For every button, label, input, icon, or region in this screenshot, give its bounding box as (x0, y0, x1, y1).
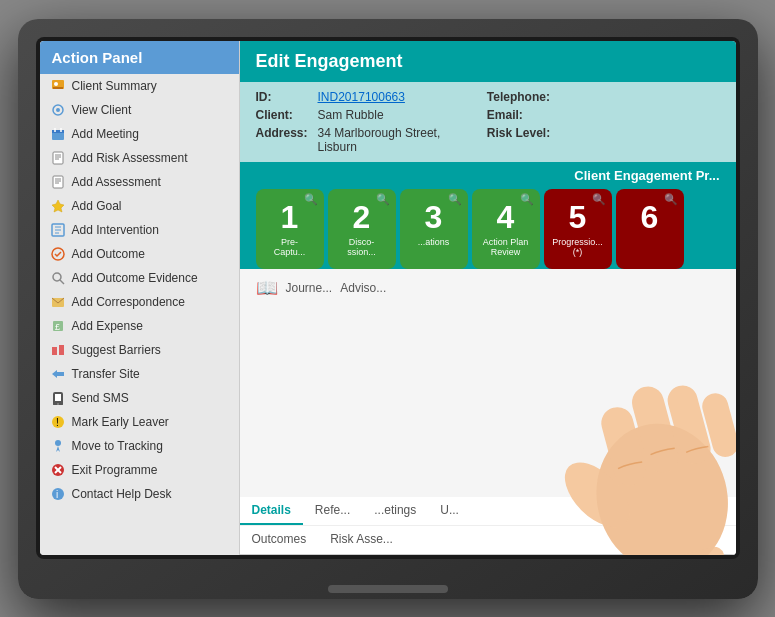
sidebar-item-view-client[interactable]: View Client (40, 98, 239, 122)
client-info-bar: ID: IND2017100663 Telephone: Client: Sam… (240, 82, 736, 162)
sidebar-item-label: Exit Programme (72, 463, 158, 477)
address-label: Address: (256, 126, 308, 154)
tabs-row-1: Details Refe... ...etings U... (240, 497, 736, 525)
progress-card-5[interactable]: 🔍 5 Progressio...(*) (544, 189, 612, 269)
sidebar-item-mark-early-leaver[interactable]: ! Mark Early Leaver (40, 410, 239, 434)
card-label-5: Progressio...(*) (548, 237, 607, 257)
sidebar-item-label: Mark Early Leaver (72, 415, 169, 429)
sidebar-item-label: Add Expense (72, 319, 143, 333)
sidebar-item-label: View Client (72, 103, 132, 117)
screen-bezel: Action Panel Client Summary View Client (36, 37, 740, 559)
laptop: Action Panel Client Summary View Client (18, 19, 758, 599)
engagement-progress-title: Client Engagement Pr... (256, 168, 720, 183)
sidebar-item-send-sms[interactable]: Send SMS (40, 386, 239, 410)
sidebar-item-label: Suggest Barriers (72, 343, 161, 357)
svg-rect-1 (54, 82, 58, 86)
svg-point-33 (57, 403, 59, 405)
sidebar-item-add-outcome[interactable]: Add Outcome (40, 242, 239, 266)
tab-referral[interactable]: Refe... (303, 497, 362, 525)
id-value[interactable]: IND2017100663 (318, 90, 477, 104)
content-wrapper: 📖 Journe... Adviso... (240, 269, 736, 497)
email-label: Email: (487, 108, 550, 122)
engagement-progress-section: Client Engagement Pr... 🔍 1 Pre-Captu...… (240, 162, 736, 269)
svg-rect-29 (59, 345, 64, 355)
svg-line-24 (60, 280, 64, 284)
tab-meetings[interactable]: ...etings (362, 497, 428, 525)
sidebar-item-label: Add Intervention (72, 223, 159, 237)
telephone-label: Telephone: (487, 90, 550, 104)
card-number-3: 3 (425, 201, 443, 233)
sidebar-item-suggest-barriers[interactable]: Suggest Barriers (40, 338, 239, 362)
sidebar-item-add-intervention[interactable]: Add Intervention (40, 218, 239, 242)
card-search-icon-5: 🔍 (592, 193, 606, 206)
card-label-4: Action PlanReview (479, 237, 533, 257)
svg-point-23 (53, 273, 61, 281)
address-value: 34 Marlborough Street, Lisburn (318, 126, 477, 154)
add-correspondence-icon (50, 294, 66, 310)
tab-meetings-label: ...etings (374, 503, 416, 517)
email-value (560, 108, 719, 122)
client-summary-icon (50, 78, 66, 94)
progress-cards: 🔍 1 Pre-Captu... 🔍 2 Disco-ssion... (256, 189, 720, 269)
tab-outcomes-label: Outcomes (252, 532, 307, 546)
action-panel-title: Action Panel (40, 41, 239, 74)
sidebar-item-label: Move to Tracking (72, 439, 163, 453)
sidebar-item-transfer-site[interactable]: Transfer Site (40, 362, 239, 386)
sidebar-item-label: Add Assessment (72, 175, 161, 189)
add-outcome-evidence-icon (50, 270, 66, 286)
svg-rect-6 (52, 130, 64, 133)
svg-text:!: ! (56, 417, 59, 428)
sidebar-item-add-risk-assessment[interactable]: Add Risk Assessment (40, 146, 239, 170)
mark-early-leaver-icon: ! (50, 414, 66, 430)
client-label: Client: (256, 108, 308, 122)
card-search-icon-6: 🔍 (664, 193, 678, 206)
sidebar-item-move-to-tracking[interactable]: Move to Tracking (40, 434, 239, 458)
add-expense-icon: £ (50, 318, 66, 334)
card-number-5: 5 (569, 201, 587, 233)
sidebar-item-label: Add Goal (72, 199, 122, 213)
tab-risk-assessment[interactable]: Risk Asse... (318, 526, 405, 554)
sidebar-item-add-assessment[interactable]: Add Assessment (40, 170, 239, 194)
sidebar-item-add-expense[interactable]: £ Add Expense (40, 314, 239, 338)
card-search-icon-3: 🔍 (448, 193, 462, 206)
tab-details[interactable]: Details (240, 497, 303, 525)
sidebar-item-label: Add Correspondence (72, 295, 185, 309)
sidebar-item-add-correspondence[interactable]: Add Correspondence (40, 290, 239, 314)
progress-card-3[interactable]: 🔍 3 ...ations (400, 189, 468, 269)
add-outcome-icon (50, 246, 66, 262)
sidebar-item-contact-help-desk[interactable]: i Contact Help Desk (40, 482, 239, 506)
tab-outcomes[interactable]: Outcomes (240, 526, 319, 554)
telephone-value (560, 90, 719, 104)
sidebar-item-add-meeting[interactable]: Add Meeting (40, 122, 239, 146)
sidebar-item-add-outcome-evidence[interactable]: Add Outcome Evidence (40, 266, 239, 290)
add-risk-icon (50, 150, 66, 166)
card-number-6: 6 (641, 201, 659, 233)
sidebar-item-label: Transfer Site (72, 367, 140, 381)
view-client-icon (50, 102, 66, 118)
tabs-section: Details Refe... ...etings U... (240, 497, 736, 555)
svg-rect-28 (52, 347, 57, 355)
book-icon: 📖 (256, 277, 278, 299)
sidebar-item-label: Client Summary (72, 79, 157, 93)
tab-u[interactable]: U... (428, 497, 471, 525)
svg-rect-2 (53, 87, 63, 89)
progress-card-2[interactable]: 🔍 2 Disco-ssion... (328, 189, 396, 269)
sidebar-item-client-summary[interactable]: Client Summary (40, 74, 239, 98)
card-label-1: Pre-Captu... (270, 237, 310, 257)
progress-card-1[interactable]: 🔍 1 Pre-Captu... (256, 189, 324, 269)
sidebar-item-label: Contact Help Desk (72, 487, 172, 501)
svg-point-4 (56, 108, 60, 112)
svg-rect-9 (53, 152, 63, 164)
sidebar-item-add-goal[interactable]: Add Goal (40, 194, 239, 218)
card-search-icon-1: 🔍 (304, 193, 318, 206)
progress-card-6[interactable]: 🔍 6 (616, 189, 684, 269)
progress-card-4[interactable]: 🔍 4 Action PlanReview (472, 189, 540, 269)
action-panel: Action Panel Client Summary View Client (40, 41, 240, 555)
move-to-tracking-icon (50, 438, 66, 454)
id-label: ID: (256, 90, 308, 104)
sidebar-item-exit-programme[interactable]: Exit Programme (40, 458, 239, 482)
contact-help-desk-icon: i (50, 486, 66, 502)
card-label-2: Disco-ssion... (343, 237, 380, 257)
svg-marker-30 (52, 370, 64, 378)
sidebar-item-label: Send SMS (72, 391, 129, 405)
